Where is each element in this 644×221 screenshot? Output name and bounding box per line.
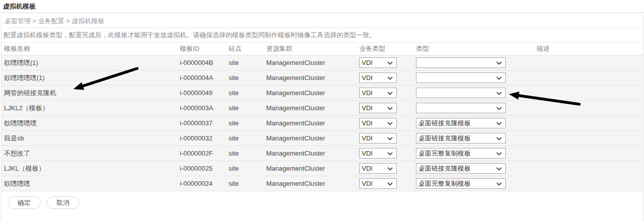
template-name-cell: 欸嘿嘿嘿 xyxy=(2,179,180,188)
business-type-cell: VDI xyxy=(358,103,416,113)
content-panel: 桌面管理 > 业务配置 > 虚拟机模板 配置虚拟机模板类型，配置完成后，此模板才… xyxy=(1,15,643,221)
cluster-cell: ManagementCluster xyxy=(266,59,358,66)
site-cell: site xyxy=(229,134,266,142)
template-type-select-wrapper xyxy=(416,72,506,83)
ok-button[interactable]: 确定 xyxy=(8,196,41,209)
business-type-select[interactable]: VDI xyxy=(360,118,396,128)
site-cell: site xyxy=(229,180,266,187)
template-name-cell: 我是sb xyxy=(2,134,180,143)
cluster-cell: ManagementCluster xyxy=(266,104,358,112)
site-cell: site xyxy=(229,74,266,82)
site-cell: site xyxy=(229,104,266,112)
template-type-select[interactable] xyxy=(416,58,505,67)
table-row: 欸嘿嘿嘿嘿i-00000037siteManagementClusterVDI桌… xyxy=(2,116,643,131)
template-id-cell: i-00000049 xyxy=(180,89,229,97)
site-cell: site xyxy=(229,165,266,172)
column-header-business-type: 业务类型 xyxy=(358,44,416,53)
template-type-select-wrapper: 桌面链接克隆模板 xyxy=(416,163,506,174)
template-type-select-wrapper: 桌面链接克隆模板 xyxy=(416,133,506,143)
table-row: 我是sbi-00000032siteManagementClusterVDI桌面… xyxy=(2,131,643,146)
breadcrumb: 桌面管理 > 业务配置 > 虚拟机模板 xyxy=(2,15,643,28)
footer: 确定 取消 xyxy=(2,191,643,209)
template-type-select[interactable] xyxy=(416,103,505,113)
column-header-template-name: 模板名称 xyxy=(2,44,180,53)
business-type-select-wrapper: VDI xyxy=(359,72,397,83)
template-type-select[interactable]: 桌面链接克隆模板 xyxy=(416,164,505,173)
template-type-select-wrapper xyxy=(416,88,506,98)
business-type-cell: VDI xyxy=(358,178,416,189)
business-type-select-wrapper: VDI xyxy=(359,57,397,68)
type-cell xyxy=(416,72,509,83)
type-cell xyxy=(416,103,509,113)
business-type-cell: VDI xyxy=(358,148,416,159)
type-cell xyxy=(416,57,509,68)
template-id-cell: i-00000037 xyxy=(180,119,229,127)
template-name-cell: 欸嘿嘿嘿嘿(1) xyxy=(2,73,180,83)
table-row: LJKL（模板）i-00000025siteManagementClusterV… xyxy=(2,161,643,176)
cluster-cell: ManagementCluster xyxy=(266,119,358,127)
business-type-select[interactable]: VDI xyxy=(360,73,396,83)
table-row: 不想改了i-0000002FsiteManagementClusterVDI桌面… xyxy=(2,146,643,161)
cluster-cell: ManagementCluster xyxy=(266,165,358,172)
column-header-type: 类型 xyxy=(416,44,509,53)
business-type-select[interactable]: VDI xyxy=(360,88,396,98)
column-header-template-id: 模板ID xyxy=(180,44,229,53)
business-type-select-wrapper: VDI xyxy=(359,103,397,113)
cluster-cell: ManagementCluster xyxy=(266,134,358,142)
table-row: 欸嘿嘿嘿(1)i-0000004BsiteManagementClusterVD… xyxy=(2,55,643,70)
template-type-select[interactable]: 桌面链接克隆模板 xyxy=(416,118,505,128)
business-type-select-wrapper: VDI xyxy=(359,133,397,143)
business-type-select[interactable]: VDI xyxy=(360,103,396,113)
type-cell: 桌面完整复制模板 xyxy=(416,148,509,159)
template-type-select[interactable]: 桌面完整复制模板 xyxy=(416,179,505,188)
business-type-select-wrapper: VDI xyxy=(359,118,397,128)
table-row: LJKL2（模板）i-0000003AsiteManagementCluster… xyxy=(2,101,643,116)
business-type-select-wrapper: VDI xyxy=(359,88,397,98)
template-type-select-wrapper: 桌面链接克隆模板 xyxy=(416,118,506,128)
cluster-cell: ManagementCluster xyxy=(266,89,358,97)
cancel-button[interactable]: 取消 xyxy=(46,196,79,209)
template-id-cell: i-00000032 xyxy=(180,134,229,142)
business-type-cell: VDI xyxy=(358,133,416,143)
template-name-cell: LJKL2（模板） xyxy=(2,104,180,113)
template-name-cell: 网管的链接克隆机 xyxy=(2,89,180,98)
business-type-select[interactable]: VDI xyxy=(360,164,396,173)
business-type-cell: VDI xyxy=(358,57,416,68)
template-type-select-wrapper xyxy=(416,57,506,68)
table-row: 欸嘿嘿嘿嘿(1)i-0000004AsiteManagementClusterV… xyxy=(2,70,643,86)
template-name-cell: 欸嘿嘿嘿(1) xyxy=(2,58,180,67)
business-type-select-wrapper: VDI xyxy=(359,178,397,189)
column-header-description: 描述 xyxy=(509,44,643,53)
business-type-select-wrapper: VDI xyxy=(359,148,397,159)
page-title: 虚拟机模板 xyxy=(0,0,644,13)
site-cell: site xyxy=(229,59,266,66)
type-cell: 桌面链接克隆模板 xyxy=(416,163,509,174)
template-type-select[interactable] xyxy=(416,88,505,98)
type-cell: 桌面链接克隆模板 xyxy=(416,118,509,128)
template-type-select-wrapper: 桌面完整复制模板 xyxy=(416,148,506,159)
business-type-cell: VDI xyxy=(358,88,416,98)
business-type-select[interactable]: VDI xyxy=(360,133,396,143)
template-type-select[interactable]: 桌面完整复制模板 xyxy=(416,149,505,158)
template-id-cell: i-00000024 xyxy=(180,180,229,187)
business-type-cell: VDI xyxy=(358,163,416,174)
cluster-cell: ManagementCluster xyxy=(266,180,358,187)
table-row: 欸嘿嘿嘿i-00000024siteManagementClusterVDI桌面… xyxy=(2,176,643,191)
template-id-cell: i-0000004B xyxy=(180,59,229,66)
site-cell: site xyxy=(229,119,266,127)
template-type-select[interactable]: 桌面链接克隆模板 xyxy=(416,133,505,143)
column-header-cluster: 资源集群 xyxy=(266,44,358,53)
table-row: 网管的链接克隆机i-00000049siteManagementClusterV… xyxy=(2,86,643,101)
template-name-cell: 不想改了 xyxy=(2,149,180,158)
business-type-cell: VDI xyxy=(358,118,416,128)
template-id-cell: i-0000003A xyxy=(180,104,229,112)
template-type-select[interactable] xyxy=(416,73,505,83)
template-name-cell: 欸嘿嘿嘿嘿 xyxy=(2,119,180,128)
template-id-cell: i-0000002F xyxy=(180,150,229,157)
site-cell: site xyxy=(229,150,266,157)
business-type-select[interactable]: VDI xyxy=(360,58,396,67)
business-type-select[interactable]: VDI xyxy=(360,179,396,188)
site-cell: site xyxy=(229,89,266,97)
business-type-select[interactable]: VDI xyxy=(360,149,396,158)
table-header-row: 模板名称 模板ID 站点 资源集群 业务类型 类型 描述 xyxy=(2,43,643,55)
